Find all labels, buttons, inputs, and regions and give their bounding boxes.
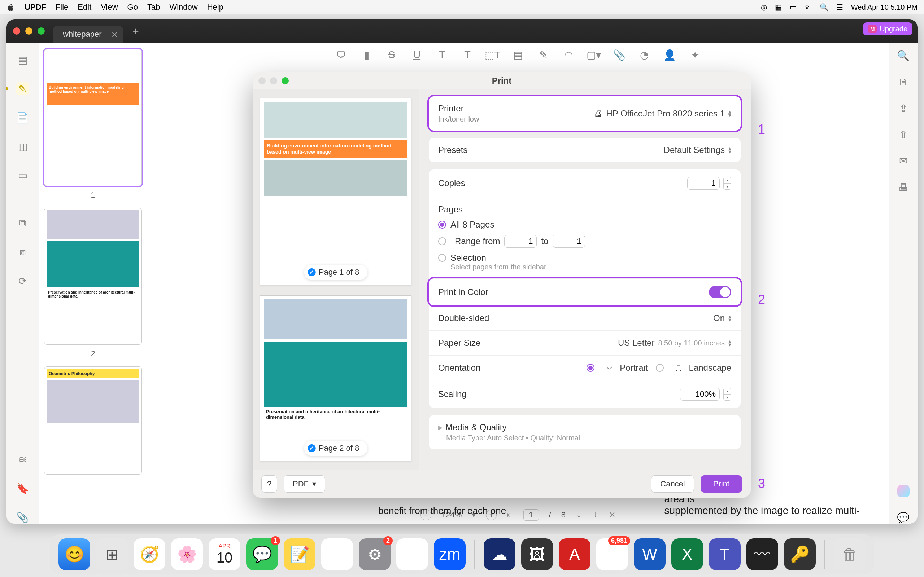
finder-app-icon[interactable]: 😊 [58, 538, 90, 570]
app-icon[interactable]: ☁ [484, 538, 515, 570]
next-page-icon[interactable]: ⌄ [576, 510, 582, 520]
launchpad-app-icon[interactable]: ⊞ [96, 538, 128, 570]
double-sided-row[interactable]: Double-sided On▴▾ [429, 305, 741, 330]
preview-page-1[interactable]: Building environment information modelin… [260, 98, 412, 285]
safari-app-icon[interactable]: 🧭 [134, 538, 165, 570]
convert-icon[interactable]: ⟳ [16, 274, 29, 287]
minimize-window-button[interactable] [25, 27, 32, 35]
menu-file[interactable]: File [56, 3, 68, 12]
control-center-icon[interactable]: ☰ [837, 3, 843, 11]
radio-range[interactable] [438, 237, 446, 245]
help-button[interactable]: ? [261, 475, 277, 493]
mail-app-icon[interactable]: ✉6,981 [596, 538, 628, 570]
menu-view[interactable]: View [101, 3, 118, 12]
zoom-app-icon[interactable]: zm [434, 538, 465, 570]
layers-icon[interactable]: ≋ [16, 453, 29, 466]
highlight-icon[interactable]: ▮ [360, 49, 373, 61]
dlg-min-icon[interactable] [270, 77, 277, 84]
cancel-button[interactable]: Cancel [651, 475, 694, 493]
system-settings-app-icon[interactable]: ⚙2 [359, 538, 391, 570]
color-toggle[interactable] [709, 286, 731, 298]
grammarly-icon[interactable]: ◎ [761, 3, 767, 11]
textbox-icon[interactable]: ⬚T [486, 49, 499, 61]
wifi-icon[interactable]: ᯤ [804, 3, 812, 11]
range-to-input[interactable] [552, 235, 585, 248]
attach-icon[interactable]: 📎 [613, 49, 625, 61]
document-tab[interactable]: whitepaper ✕ [53, 26, 123, 43]
apple-icon[interactable] [6, 3, 15, 11]
app-icon[interactable]: 🖼 [521, 538, 553, 570]
acrobat-app-icon[interactable]: A [559, 538, 591, 570]
annotate-mode-icon[interactable]: ✎ [16, 82, 29, 95]
media-quality-row[interactable]: ▸Media & Quality Media Type: Auto Select… [429, 415, 741, 449]
upgrade-button[interactable]: M Upgrade [863, 23, 913, 35]
new-tab-button[interactable]: ＋ [123, 24, 148, 38]
thumbnail-page-2[interactable]: Preservation and inheritance of architec… [44, 208, 142, 345]
crop-icon[interactable]: ⧉ [16, 217, 29, 230]
strikethrough-icon[interactable]: S [386, 49, 398, 61]
range-from-input[interactable] [504, 235, 537, 248]
last-page-icon[interactable]: ⤓ [592, 510, 599, 520]
paper-size-row[interactable]: Paper Size US Letter8.50 by 11.00 inches… [429, 330, 741, 355]
copies-stepper[interactable]: ▴▾ [723, 177, 731, 190]
notes-app-icon[interactable]: 📝 [284, 538, 315, 570]
radio-selection[interactable] [438, 254, 446, 262]
callout-icon[interactable]: ▤ [512, 49, 524, 61]
bookmark-icon[interactable]: 🔖 [16, 482, 29, 495]
reader-mode-icon[interactable]: ▤ [16, 53, 29, 66]
radio-landscape[interactable] [656, 364, 664, 372]
search-icon[interactable]: 🔍 [897, 50, 909, 62]
current-page-input[interactable]: 1 [523, 509, 538, 521]
thumbnail-page-1[interactable]: Building environment information modelin… [44, 49, 142, 186]
email-icon[interactable]: ✉ [899, 155, 908, 167]
close-tab-icon[interactable]: ✕ [111, 30, 118, 40]
note-icon[interactable]: 🗨 [335, 49, 347, 61]
organize-mode-icon[interactable]: ▥ [16, 140, 29, 153]
menu-go[interactable]: Go [128, 3, 138, 12]
chat-icon[interactable]: 💬 [897, 512, 909, 524]
print-icon[interactable]: 🖶 [898, 181, 908, 193]
app-icon[interactable]: 🔑 [784, 538, 816, 570]
app-icon[interactable]: 〰 [746, 538, 778, 570]
updf-logo-icon[interactable] [897, 485, 909, 497]
dlg-close-icon[interactable] [258, 77, 266, 84]
close-nav-icon[interactable]: ✕ [609, 510, 615, 520]
eraser-icon[interactable]: ◠ [562, 49, 575, 61]
trash-icon[interactable]: 🗑 [834, 538, 866, 570]
first-page-icon[interactable]: ⇤ [507, 510, 513, 520]
menu-window[interactable]: Window [169, 3, 197, 12]
squiggly-icon[interactable]: T [436, 49, 448, 61]
battery-icon[interactable]: ▭ [790, 3, 796, 11]
shape-icon[interactable]: ▢▾ [588, 49, 600, 61]
copies-input[interactable] [687, 177, 720, 190]
messages-app-icon[interactable]: 💬1 [246, 538, 278, 570]
radio-portrait[interactable] [586, 364, 594, 372]
thumbnail-page-3[interactable]: Geometric Philosophy [44, 366, 142, 475]
chrome-app-icon[interactable]: ◉ [396, 538, 428, 570]
spotlight-icon[interactable]: 🔍 [820, 3, 829, 11]
presets-row[interactable]: Presets Default Settings▴▾ [429, 138, 741, 162]
signature-icon[interactable]: 👤 [663, 49, 676, 61]
printer-row[interactable]: Printer Ink/toner low 🖨 HP OfficeJet Pro… [429, 96, 741, 131]
edit-mode-icon[interactable]: 📄 [16, 111, 29, 124]
close-window-button[interactable] [13, 27, 20, 35]
compress-icon[interactable]: ⧈ [16, 246, 29, 259]
word-app-icon[interactable]: W [634, 538, 666, 570]
underline-icon[interactable]: U [411, 49, 423, 61]
text-icon[interactable]: T [461, 49, 473, 61]
calendar-app-icon[interactable]: APR10 [208, 538, 241, 570]
sticker-icon[interactable]: ✦ [689, 49, 701, 61]
menubar-clock[interactable]: Wed Apr 10 5:10 PM [851, 3, 918, 11]
teams-app-icon[interactable]: T [709, 538, 741, 570]
attachment-icon[interactable]: 📎 [16, 511, 29, 524]
menu-edit[interactable]: Edit [78, 3, 91, 12]
export-icon[interactable]: ⇪ [899, 102, 908, 114]
photos-app-icon[interactable]: 🌸 [171, 538, 203, 570]
menubar-app-name[interactable]: UPDF [24, 3, 46, 12]
save-icon[interactable]: 🗎 [898, 76, 908, 88]
excel-app-icon[interactable]: X [671, 538, 703, 570]
pencil-icon[interactable]: ✎ [537, 49, 549, 61]
preview-page-2[interactable]: Preservation and inheritance of architec… [260, 295, 412, 461]
menubar-extra-icon[interactable]: ▦ [775, 3, 782, 11]
menu-help[interactable]: Help [207, 3, 223, 12]
